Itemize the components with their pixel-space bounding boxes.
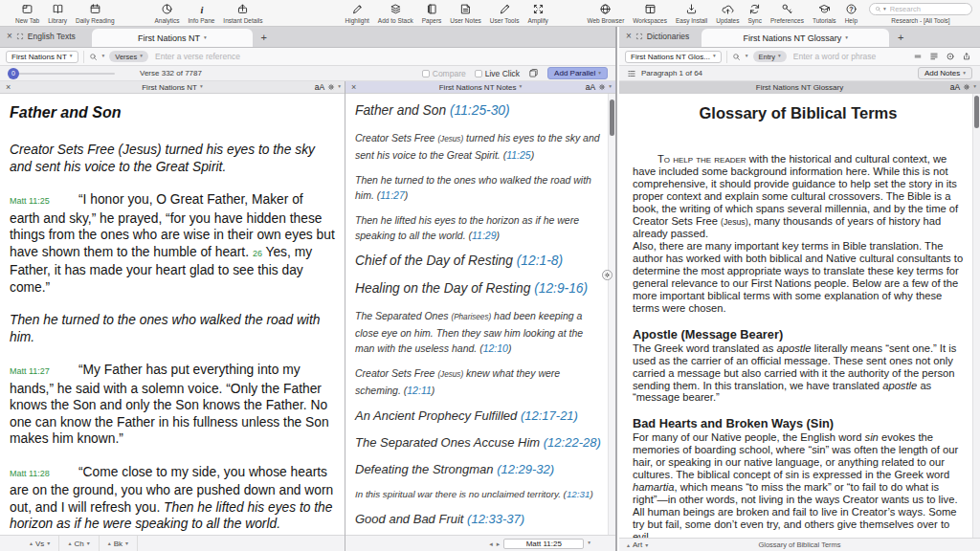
search-scope-pill[interactable]: Entry ▾	[753, 51, 787, 62]
text-segment: The Separated Ones	[355, 310, 451, 321]
chevron-down-icon[interactable]: ▾	[102, 54, 105, 59]
gear-icon[interactable]	[963, 83, 970, 91]
book-stepper[interactable]: ▴ Bk ▾	[100, 536, 138, 551]
parallel-panes-icon[interactable]	[528, 68, 539, 78]
back-icon[interactable]: ◂	[489, 540, 493, 547]
scrollbar-thumb[interactable]	[610, 99, 614, 136]
divider	[83, 51, 84, 63]
article-stepper[interactable]: ▴ Art ▾	[627, 540, 648, 549]
research-searchbox[interactable]: ▾	[869, 3, 972, 15]
contents-icon[interactable]	[929, 52, 939, 61]
up-icon[interactable]: ▴	[627, 542, 630, 548]
export-icon[interactable]	[962, 52, 971, 61]
text-segment: Chief of the Day of Resting	[355, 253, 517, 268]
verse-search-input[interactable]	[153, 51, 610, 62]
current-reference-box[interactable]: Matt 11:25	[503, 539, 584, 549]
toolbar-button-label: Library	[48, 17, 67, 24]
minus-icon[interactable]	[913, 52, 923, 61]
slider-thumb[interactable]: 0	[8, 68, 19, 79]
search-icon[interactable]	[89, 53, 98, 61]
up-icon[interactable]: ▴	[68, 540, 71, 546]
down-icon[interactable]: ▾	[645, 542, 648, 548]
add-parallel-button[interactable]: Add Parallel ▾	[547, 67, 608, 79]
forward-icon[interactable]: ▸	[497, 540, 501, 547]
close-pane-icon[interactable]: ×	[351, 83, 356, 92]
text-segment: Healing on the Day of Resting	[355, 281, 534, 296]
toolbar-button-web-browser[interactable]: Web Browser	[583, 0, 628, 24]
tab-first-nations-nt[interactable]: First Nations NT ▾	[92, 29, 253, 47]
chevron-down-icon[interactable]: ▾	[746, 54, 748, 59]
live-click-checkbox[interactable]: Live Click	[475, 69, 520, 78]
toolbar-button-library[interactable]: Library	[44, 0, 71, 24]
toolbar-button-preferences[interactable]: Preferences	[767, 0, 808, 24]
search-icon[interactable]	[732, 53, 741, 61]
toolbar-button-instant-details[interactable]: Instant Details	[219, 0, 266, 24]
workspaces-icon	[644, 3, 657, 15]
toolbar-button-user-tools[interactable]: User Tools	[486, 0, 523, 24]
module-selector[interactable]: First Nations NT ▾	[6, 51, 78, 63]
verse-slider[interactable]: 0	[8, 68, 115, 79]
up-icon[interactable]: ▴	[30, 540, 33, 546]
text-size-control[interactable]: aA	[950, 82, 960, 92]
chevron-down-icon[interactable]: ▾	[609, 84, 612, 90]
toolbar-button-add-to-stack[interactable]: Add to Stack	[374, 0, 417, 24]
zone-close-icon[interactable]: ×	[626, 32, 632, 41]
glossary-pane-title[interactable]: First Nations NT Glossary	[756, 83, 843, 92]
verse-stepper[interactable]: ▴ Vs ▾	[21, 536, 59, 551]
toolbar-button-daily-reading[interactable]: Daily Reading	[72, 0, 118, 24]
notes-scrollbar[interactable]	[608, 94, 615, 535]
module-selector[interactable]: First Nations NT Glos... ▾	[625, 51, 722, 63]
gear-icon[interactable]	[598, 83, 606, 91]
glossary-status-label: Glossary of Biblical Terms	[619, 540, 980, 549]
scrollbar-thumb[interactable]	[974, 96, 979, 128]
zone-detach-icon[interactable]	[16, 33, 24, 40]
toolbar-button-sync[interactable]: Sync	[744, 0, 765, 24]
verse-reference[interactable]: Matt 11:28	[10, 466, 78, 483]
toolbar-button-user-notes[interactable]: User Notes	[446, 0, 485, 24]
toolbar-button-analytics[interactable]: Analytics	[151, 0, 184, 24]
chevron-down-icon[interactable]: ▾	[588, 540, 590, 546]
compare-checkbox[interactable]: Compare	[422, 69, 466, 78]
text-segment: apostle	[882, 380, 917, 391]
up-icon[interactable]: ▴	[108, 540, 111, 546]
toolbar-button-info-pane[interactable]: Info Pane	[185, 0, 219, 24]
chevron-down-icon[interactable]: ▾	[973, 84, 976, 90]
chevron-down-icon[interactable]: ▾	[338, 84, 341, 90]
search-scope-pill[interactable]: Verses ▾	[109, 51, 148, 62]
toolbar-button-amplify[interactable]: Amplify	[523, 0, 551, 24]
toolbar-button-highlight[interactable]: Highlight	[342, 0, 373, 24]
toolbar-button-papers[interactable]: Papers	[418, 0, 446, 24]
tab-first-nations-nt-glossary[interactable]: First Nations NT Glossary ▾	[702, 29, 889, 47]
down-icon[interactable]: ▾	[87, 540, 90, 546]
close-pane-icon[interactable]: ×	[6, 83, 11, 92]
add-tab-button[interactable]: +	[889, 29, 912, 47]
toolbar-button-tutorials[interactable]: Tutorials	[809, 0, 840, 24]
toolbar-button-updates[interactable]: Updates	[712, 0, 743, 24]
zone-detach-icon[interactable]	[635, 33, 643, 40]
toolbar-button-help[interactable]: Help	[841, 0, 861, 24]
paragraph-list-icon[interactable]	[627, 69, 636, 78]
zone-close-icon[interactable]: ×	[7, 32, 12, 41]
verse-reference[interactable]: Matt 11:27	[10, 364, 78, 381]
text-size-control[interactable]: aA	[586, 82, 595, 92]
notes-pane-title[interactable]: First Nations NT Notes ▾	[439, 83, 523, 92]
toolbar-button-workspaces[interactable]: Workspaces	[629, 0, 671, 24]
research-area: ▾ Research - [All Tools]	[869, 3, 972, 24]
toolbar-button-easy-install[interactable]: Easy Install	[672, 0, 711, 24]
chapter-stepper[interactable]: ▴ Ch ▾	[59, 536, 99, 551]
live-click-label: Live Click	[485, 69, 520, 78]
verse-reference[interactable]: Matt 11:25	[10, 193, 78, 210]
toolbar-button-new-tab[interactable]: New Tab	[11, 0, 43, 24]
add-tab-button[interactable]: +	[253, 29, 276, 47]
text-size-control[interactable]: aA	[315, 82, 324, 92]
down-icon[interactable]: ▾	[125, 540, 128, 546]
research-input[interactable]	[888, 4, 967, 14]
entry-search-input[interactable]	[791, 51, 906, 62]
add-notes-button[interactable]: Add Notes ▾	[918, 67, 972, 79]
bible-pane-title[interactable]: First Nations NT ▾	[142, 83, 203, 92]
gear-icon[interactable]	[327, 83, 335, 91]
pane-link-button[interactable]	[602, 270, 612, 280]
down-icon[interactable]: ▾	[47, 540, 50, 546]
target-icon[interactable]	[946, 52, 955, 61]
glossary-scrollbar[interactable]	[972, 94, 980, 538]
